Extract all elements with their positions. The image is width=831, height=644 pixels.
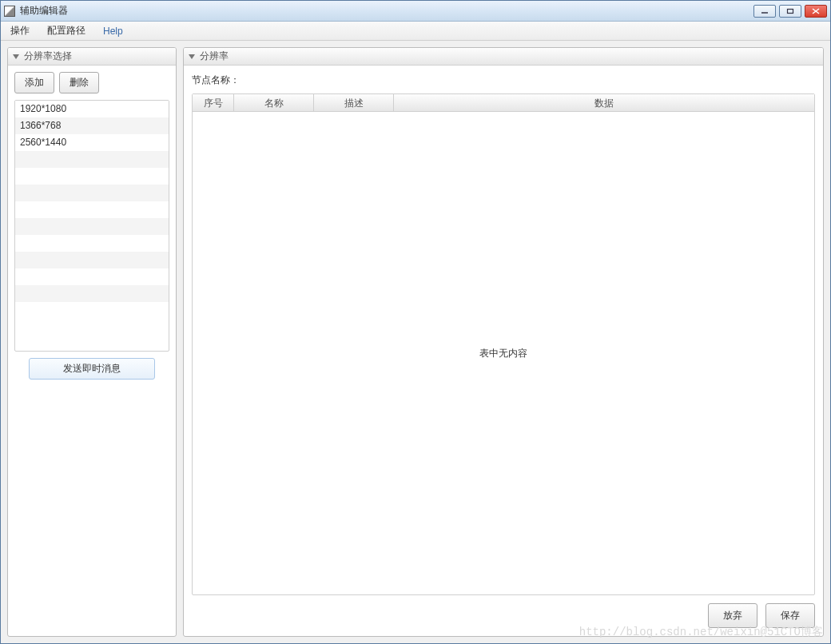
titlebar[interactable]: 辅助编辑器 xyxy=(1,1,830,22)
minimize-icon xyxy=(761,8,769,14)
list-item[interactable]: 2560*1440 xyxy=(15,134,169,151)
list-filler-row xyxy=(15,218,169,235)
right-panel-body: 节点名称： 序号 名称 描述 数据 表中无内容 放弃 保存 xyxy=(184,66,823,636)
list-filler-row xyxy=(15,252,169,268)
send-message-button[interactable]: 发送即时消息 xyxy=(29,358,155,380)
list-filler xyxy=(15,151,169,351)
right-panel: 分辨率 节点名称： 序号 名称 描述 数据 表中无内容 放弃 xyxy=(183,47,824,637)
collapse-icon xyxy=(189,54,195,59)
data-table: 序号 名称 描述 数据 表中无内容 xyxy=(192,93,815,595)
menu-help[interactable]: Help xyxy=(100,24,126,38)
list-filler-row xyxy=(15,151,169,168)
list-filler-row xyxy=(15,185,169,201)
list-item[interactable]: 1366*768 xyxy=(15,117,169,134)
svg-rect-1 xyxy=(788,9,793,13)
collapse-icon xyxy=(13,54,19,59)
list-filler-row xyxy=(15,268,169,285)
table-header: 序号 名称 描述 数据 xyxy=(193,94,814,112)
close-icon xyxy=(812,8,820,14)
app-icon xyxy=(4,6,15,17)
left-panel-body: 添加 删除 1920*1080 1366*768 2560*1440 发送即时消… xyxy=(8,66,176,636)
left-panel-header[interactable]: 分辨率选择 xyxy=(8,48,176,66)
maximize-icon xyxy=(786,8,794,14)
window-controls xyxy=(753,5,827,18)
list-filler-row xyxy=(15,201,169,218)
col-desc[interactable]: 描述 xyxy=(314,94,394,111)
menu-config-path[interactable]: 配置路径 xyxy=(44,22,89,39)
table-body-empty: 表中无内容 xyxy=(193,112,814,594)
list-filler-row xyxy=(15,285,169,302)
delete-button[interactable]: 删除 xyxy=(59,72,99,93)
right-panel-title: 分辨率 xyxy=(200,50,229,63)
list-filler-row xyxy=(15,235,169,252)
save-button[interactable]: 保存 xyxy=(765,603,815,628)
node-name-label: 节点名称： xyxy=(192,74,815,87)
left-spacer xyxy=(14,380,169,630)
col-data[interactable]: 数据 xyxy=(394,94,814,111)
app-window: 辅助编辑器 操作 配置路径 Help 分辨率选择 添加 xyxy=(0,0,831,644)
col-index[interactable]: 序号 xyxy=(193,94,234,111)
footer-buttons: 放弃 保存 xyxy=(192,603,815,628)
empty-table-text: 表中无内容 xyxy=(479,347,527,360)
close-button[interactable] xyxy=(805,5,827,18)
resolution-buttons: 添加 删除 xyxy=(14,72,169,93)
discard-button[interactable]: 放弃 xyxy=(708,603,757,628)
menubar: 操作 配置路径 Help xyxy=(1,22,830,41)
left-panel-title: 分辨率选择 xyxy=(24,50,72,63)
window-title: 辅助编辑器 xyxy=(20,4,753,18)
right-panel-header[interactable]: 分辨率 xyxy=(184,48,823,66)
list-filler-row xyxy=(15,168,169,185)
minimize-button[interactable] xyxy=(753,5,776,18)
add-button[interactable]: 添加 xyxy=(14,72,54,93)
left-panel: 分辨率选择 添加 删除 1920*1080 1366*768 2560*1440… xyxy=(7,47,177,637)
maximize-button[interactable] xyxy=(779,5,801,18)
menu-operation[interactable]: 操作 xyxy=(7,22,33,39)
resolution-list[interactable]: 1920*1080 1366*768 2560*1440 xyxy=(14,100,169,352)
col-name[interactable]: 名称 xyxy=(234,94,314,111)
content-area: 分辨率选择 添加 删除 1920*1080 1366*768 2560*1440… xyxy=(1,41,830,643)
list-item[interactable]: 1920*1080 xyxy=(15,101,169,117)
